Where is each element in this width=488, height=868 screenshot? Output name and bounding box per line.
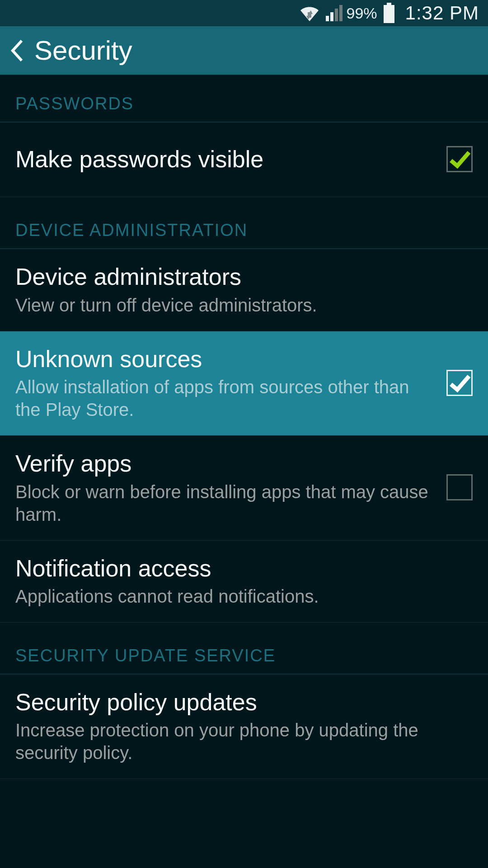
checkmark-icon	[448, 148, 471, 170]
checkbox-verify-apps[interactable]	[446, 474, 473, 500]
title-bar[interactable]: Security	[0, 26, 488, 75]
item-title: Verify apps	[15, 449, 433, 477]
checkbox-make-passwords-visible[interactable]	[446, 146, 473, 172]
clock: 1:32 PM	[405, 2, 479, 24]
section-header-security-update: SECURITY UPDATE SERVICE	[0, 623, 488, 675]
item-verify-apps[interactable]: Verify apps Block or warn before install…	[0, 436, 488, 540]
item-subtitle: Applications cannot read notifications.	[15, 585, 473, 608]
battery-icon	[383, 3, 395, 24]
wifi-icon	[300, 4, 319, 22]
status-bar: 99% 1:32 PM	[0, 0, 488, 26]
item-subtitle: View or turn off device administrators.	[15, 294, 473, 316]
checkmark-icon	[448, 372, 471, 394]
item-subtitle: Increase protection on your phone by upd…	[15, 719, 473, 764]
svg-rect-2	[335, 9, 338, 21]
svg-rect-3	[339, 5, 343, 21]
checkbox-unknown-sources[interactable]	[446, 370, 473, 396]
item-subtitle: Block or warn before installing apps tha…	[15, 481, 433, 526]
item-title: Unknown sources	[15, 345, 433, 373]
item-title: Notification access	[15, 554, 473, 582]
item-unknown-sources[interactable]: Unknown sources Allow installation of ap…	[0, 331, 488, 436]
svg-rect-0	[326, 16, 329, 21]
battery-percent: 99%	[347, 5, 377, 22]
item-title: Make passwords visible	[15, 145, 433, 173]
cell-signal-icon	[325, 4, 343, 22]
item-title: Device administrators	[15, 263, 473, 291]
item-device-administrators[interactable]: Device administrators View or turn off d…	[0, 249, 488, 331]
item-notification-access[interactable]: Notification access Applications cannot …	[0, 541, 488, 623]
page-title: Security	[34, 35, 132, 66]
section-header-passwords: PASSWORDS	[0, 75, 488, 123]
back-icon[interactable]	[9, 38, 24, 63]
item-title: Security policy updates	[15, 688, 473, 716]
item-security-policy-updates[interactable]: Security policy updates Increase protect…	[0, 675, 488, 779]
item-subtitle: Allow installation of apps from sources …	[15, 376, 433, 421]
svg-rect-4	[387, 3, 391, 5]
item-make-passwords-visible[interactable]: Make passwords visible	[0, 123, 488, 197]
section-header-device-admin: DEVICE ADMINISTRATION	[0, 197, 488, 249]
svg-rect-1	[330, 12, 333, 21]
svg-rect-5	[384, 5, 394, 23]
